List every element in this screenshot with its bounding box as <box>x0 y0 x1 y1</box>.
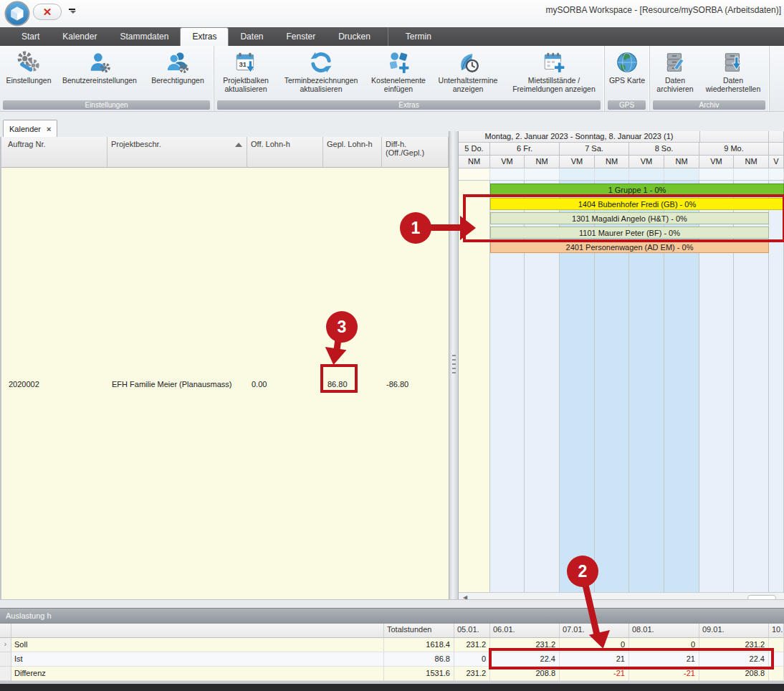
daten-archivieren-button[interactable]: Daten archivieren <box>651 47 699 99</box>
ribbon-tab-fenster[interactable]: Fenster <box>274 28 327 46</box>
einstellungen-button[interactable]: Einstellungen <box>1 47 56 99</box>
day-header-9-mo: 9 Mo. <box>699 143 769 156</box>
daten-wiederherstellen-button[interactable]: Daten wiederherstellen <box>699 47 768 99</box>
ribbon-tab-daten[interactable]: Daten <box>229 28 274 46</box>
resource-bar-2401-personenwagen-ad-em[interactable]: 2401 Personenwagen (AD EM) - 0% <box>490 241 769 253</box>
row-selector[interactable] <box>0 652 11 667</box>
ribbon-tab-termin[interactable]: Termin <box>388 28 443 46</box>
ribbon-group-archiv: Daten archivierenDaten wiederherstellenA… <box>650 46 770 111</box>
halfday-header: VM <box>560 156 595 168</box>
annotation-circle-3: 3 <box>326 311 358 343</box>
row-label: Ist <box>11 652 384 667</box>
column-header-05-01[interactable]: 05.01. <box>454 624 490 638</box>
day-header-8-so: 8 So. <box>629 143 699 156</box>
ribbon-button-label: Unterhaltstermine anzeigen <box>431 77 505 93</box>
halfday-header: NM <box>459 156 490 168</box>
halfday-header: VM <box>629 156 664 168</box>
row-label: Differenz <box>11 667 384 681</box>
column-header-empty[interactable] <box>11 624 384 638</box>
utilization-cell: 231.2 <box>454 638 490 652</box>
utilization-panel-title: Auslastung h <box>0 608 784 624</box>
ribbon-button-label: Projektbalken aktualisieren <box>216 77 276 93</box>
ribbon-group-caption: GPS <box>608 100 646 110</box>
project-grid-cell: EFH Familie Meier (Planausmass) <box>107 380 247 389</box>
splitter-grip-icon <box>452 355 456 376</box>
ribbon-tab-stammdaten[interactable]: Stammdaten <box>108 28 180 46</box>
column-header-totalstunden[interactable]: Totalstunden <box>384 624 454 638</box>
berechtigungen-button[interactable]: Berechtigungen <box>143 47 212 99</box>
tab-close-icon[interactable]: × <box>47 125 51 133</box>
calendar-week-header: Montag, 2. Januar 2023 - Sonntag, 8. Jan… <box>459 131 784 143</box>
gps-karte-button[interactable]: GPS Karte <box>606 47 648 99</box>
ribbon-tab-drucken[interactable]: Drucken <box>327 28 382 46</box>
column-header-empty[interactable] <box>0 624 11 638</box>
terminbezeichnungen-aktualisieren-button[interactable]: Terminbezeichnungen aktualisieren <box>276 47 366 99</box>
column-header-projektbeschr[interactable]: Projektbeschr. <box>107 137 247 168</box>
day-header-next <box>769 143 784 156</box>
column-header-08-01[interactable]: 08.01. <box>629 624 699 638</box>
tab-kalender[interactable]: Kalender × <box>3 120 57 137</box>
halfday-header: VM <box>699 156 734 168</box>
ribbon-button-label: Daten wiederherstellen <box>699 77 768 93</box>
project-grid-header: Auftrag Nr.Projektbeschr.Off. Lohn-hGepl… <box>1 137 449 168</box>
unterhaltstermine-anzeigen-button[interactable]: Unterhaltstermine anzeigen <box>431 47 505 99</box>
quick-access-dropdown-icon[interactable] <box>69 9 77 17</box>
halfday-header: NM <box>664 156 699 168</box>
halfday-header: NM <box>525 156 560 168</box>
row-selector[interactable] <box>0 667 11 681</box>
ribbon-button-label: Benutzereinstellungen <box>62 77 137 85</box>
annotation-box-ist-row <box>489 648 774 669</box>
project-grid-cell: 0.00 <box>247 380 323 389</box>
mietstillst-nde-freimeldungen-anzeigen-button[interactable]: Mietstillstände / Freimeldungen anzeigen <box>505 47 603 99</box>
column-header-diff-h[interactable]: Diff-h. (Off./Gepl.) <box>382 137 449 168</box>
project-grid-row[interactable]: 2020002EFH Familie Meier (Planausmass)0.… <box>1 376 449 392</box>
kostenelemente-einf-gen-button[interactable]: Kostenelemente einfügen <box>366 47 431 99</box>
ribbon-button-label: Terminbezeichnungen aktualisieren <box>276 77 366 93</box>
day-header-5-do: 5 Do. <box>459 143 490 156</box>
projektbalken-aktualisieren-button[interactable]: 31Projektbalken aktualisieren <box>216 47 276 99</box>
project-grid-cell: 2020002 <box>4 380 107 389</box>
calendar-add-icon <box>542 49 566 76</box>
column-header-auftrag-nr[interactable]: Auftrag Nr. <box>4 137 107 168</box>
annotation-circle-2: 2 <box>567 556 598 587</box>
project-grid-cell: -86.80 <box>382 380 449 389</box>
week-range-header: Montag, 2. Januar 2023 - Sonntag, 8. Jan… <box>459 131 700 143</box>
app-logo-icon[interactable] <box>4 1 30 27</box>
annotation-circle-1: 1 <box>400 212 431 244</box>
column-header-10[interactable]: 10. <box>769 624 784 638</box>
utilization-cell: 0 <box>454 652 490 667</box>
day-header-7-sa: 7 Sa. <box>560 143 629 156</box>
benutzereinstellungen-button[interactable]: Benutzereinstellungen <box>56 47 143 99</box>
halfday-header: NM <box>734 156 769 168</box>
column-header-off-lohn-h[interactable]: Off. Lohn-h <box>247 137 323 168</box>
column-header-06-01[interactable]: 06.01. <box>490 624 560 638</box>
app-window: ✕ mySORBA Workspace - [Resource/mySORBA … <box>0 0 784 691</box>
ribbon-group-einstellungen: EinstellungenBenutzereinstellungenBerech… <box>0 46 214 111</box>
bottom-dark-bar <box>0 684 784 691</box>
ribbon-tab-kalender[interactable]: Kalender <box>51 28 108 46</box>
annotation-arrow-3-head <box>323 347 347 366</box>
ribbon-group-extras: 31Projektbalken aktualisierenTerminbezei… <box>214 46 605 111</box>
globe-icon <box>615 49 639 76</box>
close-button[interactable]: ✕ <box>33 4 62 20</box>
column-header-gepl-lohn-h[interactable]: Gepl. Lohn-h <box>323 137 382 168</box>
ribbon-tab-start[interactable]: Start <box>10 28 51 46</box>
column-header-09-01[interactable]: 09.01. <box>699 624 769 638</box>
day-header-6-fr: 6 Fr. <box>490 143 560 156</box>
elements-add-icon <box>386 49 411 76</box>
calendar-halfday-header: NMVMNMVMNMVMNMVMNMV <box>459 156 784 168</box>
panel-splitter[interactable] <box>449 131 459 602</box>
ribbon-button-label: GPS Karte <box>609 77 645 85</box>
ribbon-group-gps: GPS KarteGPS <box>605 46 650 111</box>
leaf-clock-icon <box>456 49 480 76</box>
sort-asc-icon <box>235 143 242 147</box>
ribbon: EinstellungenBenutzereinstellungenBerech… <box>0 46 784 112</box>
ribbon-tab-extras[interactable]: Extras <box>180 27 229 46</box>
utilization-cell: 1618.4 <box>384 638 454 652</box>
archive-restore-icon <box>721 49 745 76</box>
ribbon-button-label: Daten archivieren <box>651 77 699 93</box>
ribbon-tab-strip: StartKalenderStammdatenExtrasDatenFenste… <box>0 27 784 46</box>
project-grid: Auftrag Nr.Projektbeschr.Off. Lohn-hGepl… <box>0 137 449 599</box>
annotation-box-gepl-value <box>320 364 358 393</box>
row-selector[interactable]: › <box>0 638 11 652</box>
